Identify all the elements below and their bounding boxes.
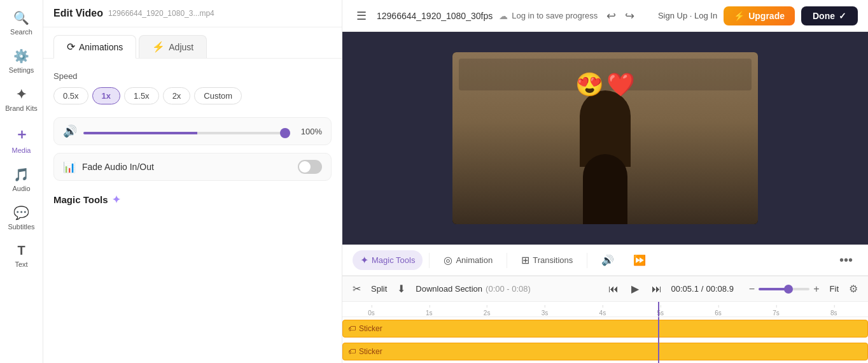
auth-separator: · bbox=[690, 11, 692, 20]
hamburger-menu[interactable]: ☰ bbox=[353, 6, 370, 25]
volume-slider-wrap bbox=[83, 125, 290, 137]
zoom-out-button[interactable]: − bbox=[749, 283, 755, 295]
sidebar-item-settings[interactable]: ⚙️ Settings bbox=[3, 43, 41, 79]
sidebar-item-label: Subtitles bbox=[8, 223, 34, 231]
vt-more-icon: ••• bbox=[839, 253, 853, 267]
main-area: ☰ 12966644_1920_1080_30fps ☁ Log in to s… bbox=[342, 0, 868, 363]
log-in-link[interactable]: Log In bbox=[694, 11, 717, 20]
vt-transitions-button[interactable]: ⊞ Transitions bbox=[514, 250, 580, 270]
total-time: 00:08.9 bbox=[706, 284, 733, 294]
sticker-clip-2[interactable]: 🏷 Sticker bbox=[342, 343, 868, 360]
zoom-in-button[interactable]: + bbox=[813, 283, 819, 295]
upgrade-label: Upgrade bbox=[748, 11, 785, 21]
brand-kits-icon: ✦ bbox=[16, 87, 27, 102]
sidebar-item-label: Audio bbox=[12, 185, 30, 192]
sidebar-item-label: Settings bbox=[9, 66, 34, 74]
download-range: (0:00 - 0:08) bbox=[486, 284, 531, 294]
sidebar-item-subtitles[interactable]: 💬 Subtitles bbox=[3, 200, 41, 236]
sidebar-item-brand-kits[interactable]: ✦ Brand Kits bbox=[3, 82, 41, 117]
speed-1.5x[interactable]: 1.5x bbox=[124, 87, 159, 104]
volume-pct: 100% bbox=[297, 127, 322, 136]
settings-icon: ⚙️ bbox=[13, 48, 29, 64]
animations-icon: ⟳ bbox=[67, 41, 75, 53]
undo-button[interactable]: ↩ bbox=[604, 6, 619, 25]
timeline-tracks: 🏷 Sticker 🏷 Sticker bbox=[342, 317, 868, 363]
emoji-heart-eyes: 😍 bbox=[575, 71, 604, 98]
sidebar-item-label: Text bbox=[15, 260, 27, 268]
magic-tools-star: ✦ bbox=[112, 194, 120, 206]
sidebar-item-label: Search bbox=[10, 28, 32, 36]
panel-filename: 12966644_1920_1080_3...mp4 bbox=[108, 9, 214, 18]
ruler-tick-6s: 6s bbox=[715, 310, 722, 317]
track-playhead-2 bbox=[658, 340, 659, 363]
sidebar-item-audio[interactable]: 🎵 Audio bbox=[3, 162, 41, 197]
sidebar-item-label: Brand Kits bbox=[5, 104, 38, 112]
vt-volume-button[interactable]: 🔊 bbox=[594, 250, 622, 270]
vt-more-button[interactable]: ••• bbox=[834, 250, 858, 270]
speed-2x[interactable]: 2x bbox=[163, 87, 191, 104]
zoom-slider[interactable] bbox=[759, 288, 809, 290]
emoji-heart: ❤️ bbox=[606, 71, 635, 98]
volume-icon: 🔊 bbox=[63, 124, 77, 138]
ruler-tick-0s: 0s bbox=[368, 310, 375, 317]
media-icon: ＋ bbox=[15, 125, 29, 144]
panel-content: Speed 0.5x 1x 1.5x 2x Custom 🔊 100% 📊 Fa… bbox=[43, 59, 342, 363]
ruler-tick-4s: 4s bbox=[599, 310, 606, 317]
sidebar-item-search[interactable]: 🔍 Search bbox=[3, 5, 41, 41]
timeline-settings-button[interactable]: ⚙ bbox=[849, 283, 858, 295]
volume-slider[interactable] bbox=[83, 132, 290, 134]
auth-links: Sign Up · Log In bbox=[658, 11, 717, 20]
panel-title: Edit Video bbox=[53, 8, 103, 19]
sign-up-link[interactable]: Sign Up bbox=[658, 11, 687, 20]
edit-panel: Edit Video 12966644_1920_1080_3...mp4 ⟳ … bbox=[43, 0, 342, 363]
animation-vt-icon: ◎ bbox=[444, 254, 452, 266]
current-time: 00:05.1 bbox=[671, 284, 698, 294]
vt-animation-label: Animation bbox=[456, 255, 493, 265]
ruler-tick-7s: 7s bbox=[773, 310, 780, 317]
split-button[interactable]: Split bbox=[366, 281, 392, 296]
sticker-label-2: Sticker bbox=[359, 347, 382, 356]
rewind-button[interactable]: ⏮ bbox=[605, 281, 622, 297]
sidebar: 🔍 Search ⚙️ Settings ✦ Brand Kits ＋ Medi… bbox=[0, 0, 43, 363]
timeline-controls: ✂ Split ⬇ Download Section (0:00 - 0:08)… bbox=[342, 276, 868, 302]
time-separator: / bbox=[701, 284, 704, 294]
fit-button[interactable]: Fit bbox=[830, 284, 839, 294]
upgrade-button[interactable]: ⚡ Upgrade bbox=[724, 6, 795, 25]
sidebar-item-media[interactable]: ＋ Media bbox=[3, 120, 41, 159]
vt-transitions-label: Transitions bbox=[533, 255, 573, 265]
speed-0.5x[interactable]: 0.5x bbox=[53, 87, 88, 104]
top-bar-right: Sign Up · Log In ⚡ Upgrade Done ✓ bbox=[658, 6, 858, 25]
timeline-time: 00:05.1 / 00:08.9 bbox=[671, 284, 733, 294]
done-button[interactable]: Done ✓ bbox=[801, 6, 858, 25]
tab-animations[interactable]: ⟳ Animations bbox=[53, 35, 136, 59]
sidebar-item-text[interactable]: T Text bbox=[3, 238, 41, 273]
speed-control: Speed 0.5x 1x 1.5x 2x Custom bbox=[53, 71, 332, 104]
sticker-icon-2: 🏷 bbox=[348, 347, 356, 356]
vt-animation-button[interactable]: ◎ Animation bbox=[436, 250, 500, 270]
redo-button[interactable]: ↪ bbox=[622, 6, 637, 25]
save-notice: ☁ Log in to save progress bbox=[499, 11, 598, 21]
sticker-clip-1[interactable]: 🏷 Sticker bbox=[342, 320, 868, 338]
speed-label: Speed bbox=[53, 71, 332, 81]
tab-adjust[interactable]: ⚡ Adjust bbox=[139, 35, 207, 58]
undo-redo: ↩ ↪ bbox=[604, 6, 637, 25]
ruler-tick-3s: 3s bbox=[542, 310, 549, 317]
vt-magic-tools-button[interactable]: ✦ Magic Tools bbox=[353, 250, 423, 270]
emoji-overlay: 😍 ❤️ bbox=[575, 71, 635, 98]
transitions-vt-icon: ⊞ bbox=[521, 254, 529, 266]
fade-toggle[interactable] bbox=[298, 160, 322, 174]
vt-speed-button[interactable]: ⏩ bbox=[626, 250, 654, 270]
speed-1x[interactable]: 1x bbox=[92, 87, 120, 104]
table-row: 🏷 Sticker bbox=[342, 317, 868, 340]
subtitles-icon: 💬 bbox=[13, 205, 29, 220]
table-row: 🏷 Sticker bbox=[342, 340, 868, 363]
play-button[interactable]: ▶ bbox=[627, 280, 643, 297]
done-icon: ✓ bbox=[839, 11, 846, 21]
speed-custom[interactable]: Custom bbox=[194, 87, 242, 104]
sidebar-item-label: Media bbox=[12, 146, 31, 154]
download-section-button[interactable]: Download Section (0:00 - 0:08) bbox=[410, 281, 536, 296]
done-label: Done bbox=[813, 11, 835, 21]
adjust-icon: ⚡ bbox=[152, 41, 165, 53]
timeline: ✂ Split ⬇ Download Section (0:00 - 0:08)… bbox=[342, 276, 868, 363]
forward-button[interactable]: ⏭ bbox=[648, 281, 666, 297]
